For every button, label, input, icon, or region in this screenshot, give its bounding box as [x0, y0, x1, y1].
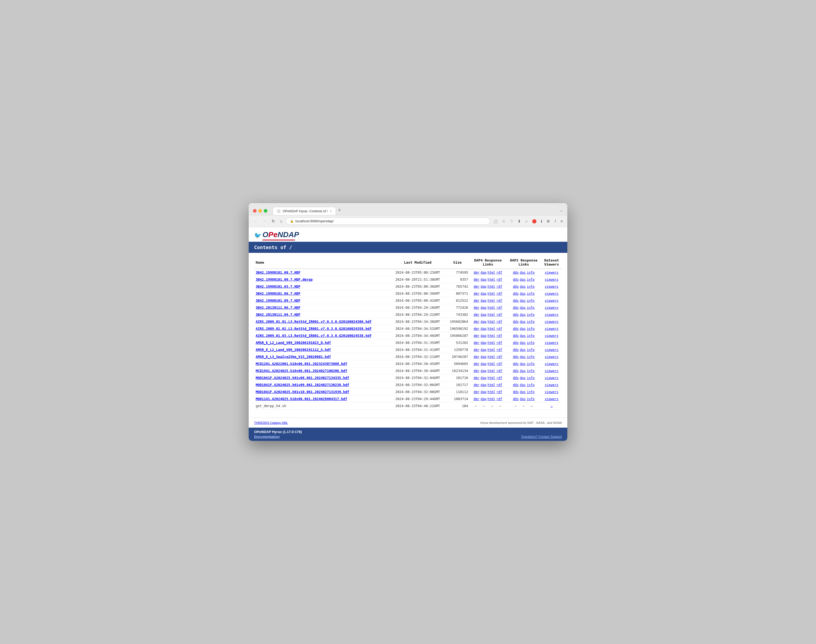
dap4-link-dmr[interactable]: dmr: [474, 327, 479, 331]
reading-icon[interactable]: ♡: [509, 218, 514, 224]
viewers-link[interactable]: viewers: [545, 390, 559, 394]
dap2-link-dds[interactable]: dds: [513, 285, 519, 288]
dap4-link-dmr[interactable]: dmr: [474, 292, 479, 296]
dap4-link-html[interactable]: html: [487, 355, 495, 359]
file-link[interactable]: AMSR_E_L3_SeaIce25km_V15_20020601.hdf: [256, 355, 331, 359]
home-button[interactable]: ⌂: [279, 218, 284, 224]
dap4-link-dap[interactable]: dap: [481, 355, 487, 359]
minimize-button[interactable]: [259, 209, 262, 213]
dap2-link-das[interactable]: das: [520, 383, 526, 387]
back-button[interactable]: ←: [253, 218, 259, 224]
dap2-link-info[interactable]: info: [527, 327, 534, 331]
dap2-link-dds[interactable]: dds: [513, 299, 519, 302]
viewers-link[interactable]: viewers: [545, 320, 559, 324]
dap4-link-dmr[interactable]: dmr: [474, 306, 479, 310]
dap4-link-html[interactable]: html: [487, 348, 495, 352]
dap4-link-html[interactable]: html: [487, 320, 495, 324]
dap2-link-das[interactable]: das: [520, 369, 526, 373]
dap4-link-html[interactable]: html: [487, 334, 495, 338]
dap4-link-dmr[interactable]: dmr: [474, 285, 479, 288]
dap4-link-dmr[interactable]: dmr: [474, 320, 479, 324]
dap2-link-info[interactable]: info: [527, 285, 534, 288]
dap4-link-dmr[interactable]: dmr: [474, 348, 479, 352]
dap4-link-rdf[interactable]: rdf: [496, 355, 502, 359]
address-bar[interactable]: 🔒 localhost:8080/opendap/: [286, 218, 490, 225]
dap4-link-dmr[interactable]: dmr: [474, 397, 479, 401]
dap4-link-dmr[interactable]: dmr: [474, 376, 479, 380]
viewers-link[interactable]: viewers: [545, 271, 559, 274]
dap4-link-dmr[interactable]: dmr: [474, 383, 479, 387]
file-link[interactable]: AIRS.2009.01.02.L3.RetStd_IR001.v7.0.3.0…: [256, 327, 372, 331]
dap4-link-rdf[interactable]: rdf: [496, 327, 502, 331]
dap4-link-dap[interactable]: dap: [481, 397, 487, 401]
file-link[interactable]: 3B42.19980101.00.7.HDF: [256, 270, 300, 274]
dap4-link-dmr[interactable]: dmr: [474, 313, 479, 317]
dap4-link-rdf[interactable]: rdf: [496, 348, 502, 352]
file-link[interactable]: 3B42.19980101.00.7.HDF.dmrpp: [256, 278, 313, 282]
dap4-link-html[interactable]: html: [487, 397, 495, 401]
dap2-link-das[interactable]: das: [520, 376, 526, 380]
dap2-link-dds[interactable]: dds: [513, 313, 519, 317]
dap2-link-dds[interactable]: dds: [513, 334, 519, 338]
dap2-link-das[interactable]: das: [520, 327, 526, 331]
dap2-link-info[interactable]: info: [527, 383, 534, 387]
dap4-link-dmr[interactable]: dmr: [474, 369, 479, 373]
dap4-link-dmr[interactable]: dmr: [474, 271, 479, 274]
dap4-link-html[interactable]: html: [487, 313, 495, 317]
dap4-link-dap[interactable]: dap: [481, 348, 487, 352]
extension-icon[interactable]: 🔴: [531, 218, 537, 224]
dap2-link-das[interactable]: das: [520, 299, 526, 302]
opendap-logo[interactable]: 🐦 OPeNDAP: [254, 230, 299, 241]
dap2-link-das[interactable]: das: [520, 285, 526, 288]
dap4-link-dap[interactable]: dap: [481, 285, 487, 288]
dap4-link-dap[interactable]: dap: [481, 292, 487, 296]
dap2-link-info[interactable]: info: [527, 369, 534, 373]
dap2-link-das[interactable]: das: [520, 306, 526, 310]
dap4-link-dmr[interactable]: dmr: [474, 299, 479, 302]
dap2-link-das[interactable]: das: [520, 341, 526, 345]
info-icon[interactable]: ℹ: [540, 218, 543, 224]
file-link[interactable]: 3B42.20130111.09.7.HDF: [256, 313, 300, 317]
close-button[interactable]: [253, 209, 257, 213]
file-link[interactable]: MOD10A1F.A2024025.h01v10.061.20240271319…: [256, 390, 349, 394]
dap4-link-rdf[interactable]: rdf: [496, 341, 502, 345]
file-link[interactable]: 3B42.19980101.03.7.HDF: [256, 284, 300, 288]
download-icon[interactable]: ⬇: [517, 218, 522, 224]
dap4-link-dmr[interactable]: dmr: [474, 334, 479, 338]
file-link[interactable]: MOD11A1.A2024025.h10v06.061.202402800431…: [256, 397, 347, 401]
file-link[interactable]: MOD10A1F.A2024025.h01v09.061.20240271302…: [256, 383, 349, 387]
file-link[interactable]: AIRS.2009.01.03.L3.RetStd_IR001.v7.0.3.0…: [256, 334, 372, 338]
dap4-link-dap[interactable]: dap: [481, 278, 487, 282]
dap2-link-dds[interactable]: dds: [513, 376, 519, 380]
viewers-link[interactable]: viewers: [545, 341, 559, 345]
viewers-link[interactable]: viewers: [545, 299, 559, 302]
forward-button[interactable]: →: [261, 218, 268, 224]
dap4-link-html[interactable]: html: [487, 390, 495, 394]
dap4-link-dmr[interactable]: dmr: [474, 355, 479, 359]
dap2-link-info[interactable]: info: [527, 348, 534, 352]
dap2-link-info[interactable]: info: [527, 355, 534, 359]
dap2-link-dds[interactable]: dds: [513, 348, 519, 352]
viewers-link[interactable]: viewers: [545, 285, 559, 288]
file-link[interactable]: MCD12Q1.A2022001.h10v06.061.202324307380…: [256, 362, 347, 366]
dap2-link-das[interactable]: das: [520, 313, 526, 317]
viewers-link[interactable]: viewers: [545, 292, 559, 296]
dap4-link-html[interactable]: html: [487, 327, 495, 331]
viewers-link[interactable]: viewers: [545, 313, 559, 317]
dap4-link-html[interactable]: html: [487, 271, 495, 274]
dap4-link-rdf[interactable]: rdf: [496, 313, 502, 317]
file-link[interactable]: 3B42.19980101.06.7.HDF: [256, 291, 300, 296]
dap4-link-html[interactable]: html: [487, 369, 495, 373]
dap4-link-html[interactable]: html: [487, 292, 495, 296]
dap2-link-info[interactable]: info: [527, 362, 534, 366]
file-link[interactable]: AIRS.2009.01.01.L3.RetStd_IR001.v7.0.3.0…: [256, 320, 372, 324]
share-icon[interactable]: ⤴: [554, 218, 557, 224]
dap2-link-info[interactable]: info: [527, 313, 534, 317]
dap4-link-dap[interactable]: dap: [481, 390, 487, 394]
dap4-link-rdf[interactable]: rdf: [496, 334, 502, 338]
dap2-link-info[interactable]: info: [527, 292, 534, 296]
dap2-link-das[interactable]: das: [520, 292, 526, 296]
viewers-link[interactable]: viewers: [545, 348, 559, 352]
dap2-link-info[interactable]: info: [527, 278, 534, 282]
dap2-link-dds[interactable]: dds: [513, 327, 519, 331]
